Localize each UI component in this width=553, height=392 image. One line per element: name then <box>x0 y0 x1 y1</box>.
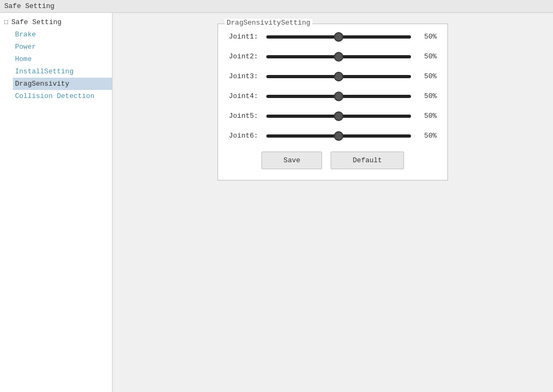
slider-row-joint6: Joint6:50% <box>229 132 437 140</box>
default-button[interactable]: Default <box>331 152 404 169</box>
slider-value-joint6: 50% <box>416 132 437 140</box>
main-content: DragSensivitySetting Joint1:50%Joint2:50… <box>113 13 553 392</box>
button-row: Save Default <box>229 152 437 169</box>
app-container: Safe Setting □ Safe Setting BrakePowerHo… <box>0 0 553 392</box>
slider-track-wrap-joint6 <box>266 132 411 140</box>
slider-track-wrap-joint4 <box>266 92 411 100</box>
sidebar: □ Safe Setting BrakePowerHomeInstallSett… <box>0 13 113 392</box>
sidebar-item-collision-detection[interactable]: Collision Detection <box>15 90 112 102</box>
drag-sensivity-panel: DragSensivitySetting Joint1:50%Joint2:50… <box>218 24 448 180</box>
slider-label-joint3: Joint3: <box>229 72 261 80</box>
slider-label-joint6: Joint6: <box>229 132 261 140</box>
slider-row-joint1: Joint1:50% <box>229 33 437 41</box>
title-bar: Safe Setting <box>0 0 553 13</box>
slider-track-wrap-joint5 <box>266 112 411 120</box>
sidebar-item-power[interactable]: Power <box>15 41 112 53</box>
sidebar-item-home[interactable]: Home <box>15 53 112 65</box>
slider-label-joint5: Joint5: <box>229 112 261 120</box>
slider-row-joint2: Joint2:50% <box>229 52 437 61</box>
slider-row-joint5: Joint5:50% <box>229 112 437 120</box>
slider-input-joint4[interactable] <box>266 95 411 98</box>
sidebar-item-dragsensivity[interactable]: DragSensivity <box>13 78 112 90</box>
sidebar-item-installsetting[interactable]: InstallSetting <box>15 65 112 78</box>
slider-input-joint1[interactable] <box>266 35 411 39</box>
slider-value-joint3: 50% <box>416 72 437 80</box>
panel-legend: DragSensivitySetting <box>225 19 312 27</box>
sidebar-item-brake[interactable]: Brake <box>15 28 112 41</box>
slider-input-joint2[interactable] <box>266 55 411 58</box>
slider-track-wrap-joint2 <box>266 52 411 61</box>
collapse-icon: □ <box>4 19 8 26</box>
slider-value-joint5: 50% <box>416 112 437 120</box>
slider-label-joint2: Joint2: <box>229 52 261 61</box>
slider-value-joint2: 50% <box>416 52 437 61</box>
sidebar-root-label: Safe Setting <box>11 18 62 26</box>
slider-track-wrap-joint1 <box>266 33 411 41</box>
save-button[interactable]: Save <box>261 152 322 169</box>
sidebar-root-item[interactable]: □ Safe Setting <box>0 16 112 28</box>
main-layout: □ Safe Setting BrakePowerHomeInstallSett… <box>0 13 553 392</box>
sliders-container: Joint1:50%Joint2:50%Joint3:50%Joint4:50%… <box>229 33 437 140</box>
slider-row-joint3: Joint3:50% <box>229 72 437 80</box>
title-bar-label: Safe Setting <box>4 2 55 10</box>
slider-input-joint3[interactable] <box>266 75 411 78</box>
slider-input-joint6[interactable] <box>266 134 411 138</box>
slider-row-joint4: Joint4:50% <box>229 92 437 100</box>
slider-label-joint4: Joint4: <box>229 92 261 100</box>
sidebar-children: BrakePowerHomeInstallSettingDragSensivit… <box>0 28 112 102</box>
slider-value-joint1: 50% <box>416 33 437 41</box>
slider-value-joint4: 50% <box>416 92 437 100</box>
slider-label-joint1: Joint1: <box>229 33 261 41</box>
slider-input-joint5[interactable] <box>266 115 411 118</box>
slider-track-wrap-joint3 <box>266 72 411 80</box>
